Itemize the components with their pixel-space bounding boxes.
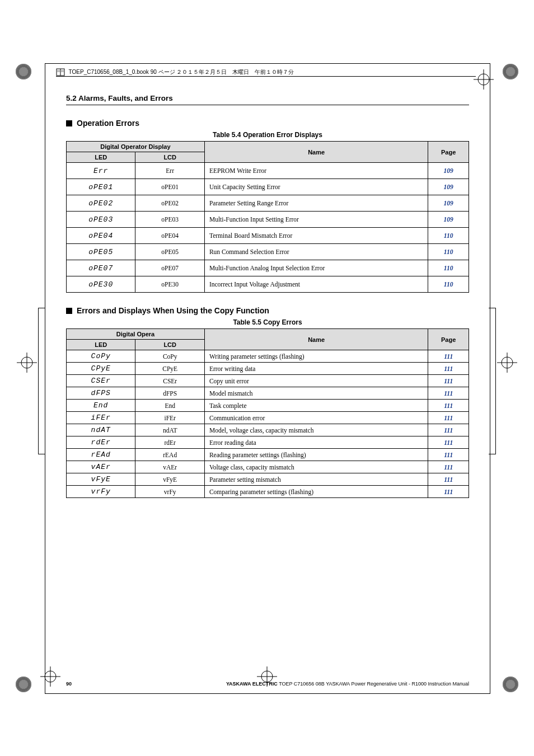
table-row: oPE07oPE07Multi-Function Analog Input Se… bbox=[67, 260, 469, 276]
reg-mark-tl bbox=[16, 64, 31, 79]
table-row: oPE03oPE03Multi-Function Input Setting E… bbox=[67, 212, 469, 228]
cell-lcd: oPE05 bbox=[135, 244, 204, 260]
table-row: oPE02oPE02Parameter Setting Range Error1… bbox=[67, 195, 469, 212]
table-caption-2: Table 5.5 Copy Errors bbox=[66, 318, 469, 326]
page-number: 90 bbox=[66, 681, 72, 687]
cell-led: rdEr bbox=[67, 436, 135, 449]
cell-lcd: iFEr bbox=[135, 412, 204, 424]
cell-name: Model, voltage class, capacity mismatch bbox=[204, 424, 428, 436]
cell-name: Incorrect Input Voltage Adjustment bbox=[204, 276, 428, 293]
operation-error-table: Digital Operator Display Name Page LED L… bbox=[66, 141, 469, 293]
cell-led: vFyE bbox=[67, 473, 135, 486]
table-row: ErrErrEEPROM Write Error109 bbox=[67, 163, 469, 179]
cell-name: EEPROM Write Error bbox=[204, 163, 428, 179]
cell-page[interactable]: 111 bbox=[428, 350, 469, 363]
section-title-2: Errors and Displays When Using the Copy … bbox=[77, 306, 269, 315]
section-breadcrumb: 5.2 Alarms, Faults, and Errors bbox=[66, 94, 469, 105]
cell-page[interactable]: 111 bbox=[428, 461, 469, 473]
cell-page[interactable]: 111 bbox=[428, 412, 469, 424]
book-header-text: TOEP_C710656_08B_1_0.book 90 ページ ２０１５年２月… bbox=[69, 69, 294, 75]
cell-led: End bbox=[67, 400, 135, 412]
cell-lcd: oPE01 bbox=[135, 179, 204, 195]
header-rule bbox=[56, 76, 476, 77]
cell-name: Communication error bbox=[204, 412, 428, 424]
cell-name: Parameter Setting Range Error bbox=[204, 195, 428, 212]
cell-lcd: vrFy bbox=[135, 486, 204, 498]
cell-led: iFEr bbox=[67, 412, 135, 424]
table-row: oPE30oPE30Incorrect Input Voltage Adjust… bbox=[67, 276, 469, 293]
cell-page[interactable]: 109 bbox=[428, 195, 469, 212]
bullet-icon bbox=[66, 120, 72, 126]
cell-page[interactable]: 110 bbox=[428, 260, 469, 276]
th-name: Name bbox=[204, 142, 428, 163]
th-page: Page bbox=[428, 142, 469, 163]
cell-page[interactable]: 111 bbox=[428, 424, 469, 436]
table-row: iFEriFErCommunication error111 bbox=[67, 412, 469, 424]
footer-text: YASKAWA ELECTRIC TOEP C710656 08B YASKAW… bbox=[226, 681, 469, 687]
table-row: oPE05oPE05Run Command Selection Error110 bbox=[67, 244, 469, 260]
cell-led: oPE05 bbox=[67, 244, 135, 260]
table-row: EndEndTask complete111 bbox=[67, 400, 469, 412]
table-row: rEAdrEAdReading parameter settings (flas… bbox=[67, 449, 469, 461]
cell-lcd: dFPS bbox=[135, 387, 204, 400]
cell-lcd: End bbox=[135, 400, 204, 412]
th-led: LED bbox=[67, 340, 135, 350]
cell-name: Writing parameter settings (flashing) bbox=[204, 350, 428, 363]
cell-lcd: Err bbox=[135, 163, 204, 179]
reg-mark-br bbox=[503, 677, 518, 692]
cell-lcd: rdEr bbox=[135, 436, 204, 449]
cell-lcd: oPE07 bbox=[135, 260, 204, 276]
cell-page[interactable]: 110 bbox=[428, 228, 469, 244]
cell-page[interactable]: 111 bbox=[428, 387, 469, 400]
cell-page[interactable]: 111 bbox=[428, 363, 469, 375]
table-row: vrFyvrFyComparing parameter settings (fl… bbox=[67, 486, 469, 498]
cell-page[interactable]: 111 bbox=[428, 436, 469, 449]
table-row: CSErCSErCopy unit error111 bbox=[67, 375, 469, 387]
cell-lcd: oPE02 bbox=[135, 195, 204, 212]
copy-error-table: Digital Opera Name Page LED LCD CoPyCoPy… bbox=[66, 328, 469, 498]
cell-led: vrFy bbox=[67, 486, 135, 498]
cell-page[interactable]: 110 bbox=[428, 276, 469, 293]
table-row: rdErrdErError reading data111 bbox=[67, 436, 469, 449]
cell-page[interactable]: 109 bbox=[428, 179, 469, 195]
cell-page[interactable]: 111 bbox=[428, 486, 469, 498]
cell-led: vAEr bbox=[67, 461, 135, 473]
page-footer: 90 YASKAWA ELECTRIC TOEP C710656 08B YAS… bbox=[66, 681, 469, 687]
cell-page[interactable]: 111 bbox=[428, 473, 469, 486]
th-led: LED bbox=[67, 152, 135, 163]
cell-led: ndAT bbox=[67, 424, 135, 436]
cell-led: oPE03 bbox=[67, 212, 135, 228]
cell-led: oPE04 bbox=[67, 228, 135, 244]
cell-page[interactable]: 111 bbox=[428, 375, 469, 387]
section-copy-function: Errors and Displays When Using the Copy … bbox=[66, 306, 469, 315]
cell-page[interactable]: 110 bbox=[428, 244, 469, 260]
cell-lcd: rEAd bbox=[135, 449, 204, 461]
book-header: TOEP_C710656_08B_1_0.book 90 ページ ２０１５年２月… bbox=[56, 68, 481, 76]
footer-rest: TOEP C710656 08B YASKAWA Power Regenerat… bbox=[278, 681, 469, 687]
section-operation-errors: Operation Errors bbox=[66, 119, 469, 128]
cell-page[interactable]: 109 bbox=[428, 212, 469, 228]
cell-led: rEAd bbox=[67, 449, 135, 461]
cell-name: Error reading data bbox=[204, 436, 428, 449]
cell-lcd: ndAT bbox=[135, 424, 204, 436]
reg-cross-right bbox=[497, 353, 517, 373]
cell-led: oPE30 bbox=[67, 276, 135, 293]
page-content: 5.2 Alarms, Faults, and Errors Operation… bbox=[66, 94, 469, 498]
cell-page[interactable]: 111 bbox=[428, 400, 469, 412]
section-title-1: Operation Errors bbox=[77, 119, 139, 128]
cell-name: Multi-Function Analog Input Selection Er… bbox=[204, 260, 428, 276]
table-row: oPE01oPE01Unit Capacity Setting Error109 bbox=[67, 179, 469, 195]
cell-led: CPyE bbox=[67, 363, 135, 375]
cell-name: Run Command Selection Error bbox=[204, 244, 428, 260]
cell-lcd: CSEr bbox=[135, 375, 204, 387]
cell-name: Voltage class, capacity mismatch bbox=[204, 461, 428, 473]
cell-name: Task complete bbox=[204, 400, 428, 412]
cell-lcd: vFyE bbox=[135, 473, 204, 486]
cell-led: oPE02 bbox=[67, 195, 135, 212]
cell-page[interactable]: 109 bbox=[428, 163, 469, 179]
cell-name: Multi-Function Input Setting Error bbox=[204, 212, 428, 228]
cell-name: Model mismatch bbox=[204, 387, 428, 400]
cell-page[interactable]: 111 bbox=[428, 449, 469, 461]
cell-led: oPE01 bbox=[67, 179, 135, 195]
cell-led: CoPy bbox=[67, 350, 135, 363]
